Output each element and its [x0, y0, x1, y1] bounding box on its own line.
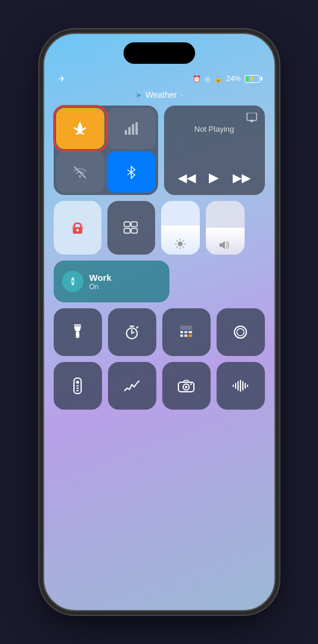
screen-lock-button[interactable]	[54, 201, 101, 255]
svg-rect-12	[131, 228, 137, 233]
svg-marker-26	[74, 326, 81, 331]
lock-icon: 🔒	[214, 75, 223, 83]
svg-point-49	[185, 386, 187, 388]
focus-icon	[62, 271, 84, 292]
svg-rect-38	[184, 335, 187, 337]
airplay-icon[interactable]	[246, 113, 258, 122]
status-right: ⏰ ◎ 🔒 24% ⚡	[193, 75, 260, 83]
row-utility-1	[54, 308, 265, 356]
slider-spacer	[175, 261, 265, 302]
svg-point-13	[178, 242, 183, 246]
svg-marker-5	[250, 119, 254, 121]
svg-line-18	[177, 240, 178, 242]
focus-mode-button[interactable]: Work On	[54, 261, 169, 302]
svg-rect-33	[180, 326, 192, 330]
svg-rect-57	[247, 385, 248, 387]
svg-rect-34	[180, 331, 183, 333]
svg-marker-22	[220, 241, 225, 249]
svg-point-43	[76, 381, 79, 384]
wifi-button[interactable]	[56, 151, 105, 193]
calculator-button[interactable]	[162, 308, 211, 356]
weather-chevron-icon: ›	[181, 91, 183, 98]
battery-icon: ⚡	[245, 75, 260, 83]
svg-rect-37	[180, 335, 183, 337]
svg-rect-45	[76, 388, 79, 389]
media-panel: Not Playing ◀◀ ▶ ▶▶	[164, 106, 265, 195]
weather-strip[interactable]: ➤ Weather ›	[135, 90, 183, 100]
svg-rect-11	[124, 228, 130, 233]
svg-rect-0	[125, 130, 127, 135]
svg-rect-46	[76, 390, 79, 391]
dynamic-island	[124, 42, 195, 64]
svg-marker-8	[82, 227, 84, 229]
weather-location-icon: ➤	[135, 91, 142, 100]
svg-rect-54	[240, 380, 241, 392]
sound-recognition-button[interactable]	[217, 362, 265, 410]
svg-line-21	[177, 246, 178, 247]
control-center: Not Playing ◀◀ ▶ ▶▶	[54, 106, 265, 574]
media-controls: ◀◀ ▶ ▶▶	[171, 168, 258, 188]
camera-button[interactable]	[162, 362, 211, 410]
status-bar: ✈ ⏰ ◎ 🔒 24% ⚡	[44, 70, 274, 88]
svg-rect-51	[233, 385, 234, 387]
svg-point-41	[237, 329, 244, 336]
svg-rect-56	[245, 383, 246, 389]
svg-rect-44	[76, 385, 79, 386]
svg-rect-25	[76, 331, 79, 338]
battery-percent-text: 24%	[226, 75, 240, 83]
fast-forward-button[interactable]: ▶▶	[228, 168, 255, 187]
focus-subtitle-label: On	[89, 283, 112, 291]
volume-slider[interactable]	[206, 201, 245, 255]
battery-bolt-icon: ⚡	[249, 76, 255, 82]
play-button[interactable]: ▶	[204, 168, 224, 188]
svg-rect-53	[237, 381, 239, 391]
brightness-slider[interactable]	[161, 201, 200, 255]
svg-rect-39	[189, 335, 192, 337]
svg-line-19	[183, 246, 184, 247]
svg-rect-3	[135, 122, 138, 135]
status-left: ✈	[58, 74, 66, 83]
connectivity-panel	[54, 106, 158, 195]
svg-rect-36	[189, 331, 192, 333]
svg-point-50	[190, 383, 192, 385]
cellular-button[interactable]	[107, 108, 156, 149]
row-utility-2	[54, 362, 265, 410]
weather-label: Weather	[146, 90, 177, 100]
alarm-icon: ⏰	[193, 75, 201, 83]
svg-line-32	[137, 327, 138, 328]
airplane-mode-button[interactable]	[56, 108, 105, 149]
remote-button[interactable]	[54, 362, 102, 410]
timer-button[interactable]	[108, 308, 156, 356]
svg-point-24	[71, 280, 74, 283]
svg-rect-35	[184, 331, 187, 333]
screen-mirror-button[interactable]	[107, 201, 155, 255]
svg-rect-55	[242, 381, 243, 391]
focus-text: Work On	[89, 273, 112, 291]
screen-record-button[interactable]	[217, 308, 265, 356]
svg-point-7	[76, 229, 79, 231]
row-sliders	[54, 201, 265, 255]
row-connectivity-media: Not Playing ◀◀ ▶ ▶▶	[54, 106, 265, 195]
location-icon: ◎	[205, 75, 211, 83]
bluetooth-button[interactable]	[107, 151, 156, 193]
svg-rect-9	[124, 222, 130, 227]
phone-frame: ✈ ⏰ ◎ 🔒 24% ⚡ ➤ Weather ›	[43, 33, 276, 611]
svg-rect-1	[128, 127, 131, 135]
flashlight-button[interactable]	[54, 308, 102, 356]
svg-rect-10	[131, 222, 137, 227]
svg-point-40	[234, 326, 246, 338]
svg-rect-2	[132, 124, 134, 135]
focus-title-label: Work	[89, 273, 112, 283]
svg-rect-52	[235, 383, 236, 389]
svg-line-20	[183, 240, 184, 242]
rewind-button[interactable]: ◀◀	[173, 168, 200, 187]
not-playing-label: Not Playing	[171, 125, 258, 134]
stocks-button[interactable]	[108, 362, 156, 410]
airplane-mode-status-icon: ✈	[58, 74, 66, 83]
row-focus: Work On	[54, 261, 265, 302]
